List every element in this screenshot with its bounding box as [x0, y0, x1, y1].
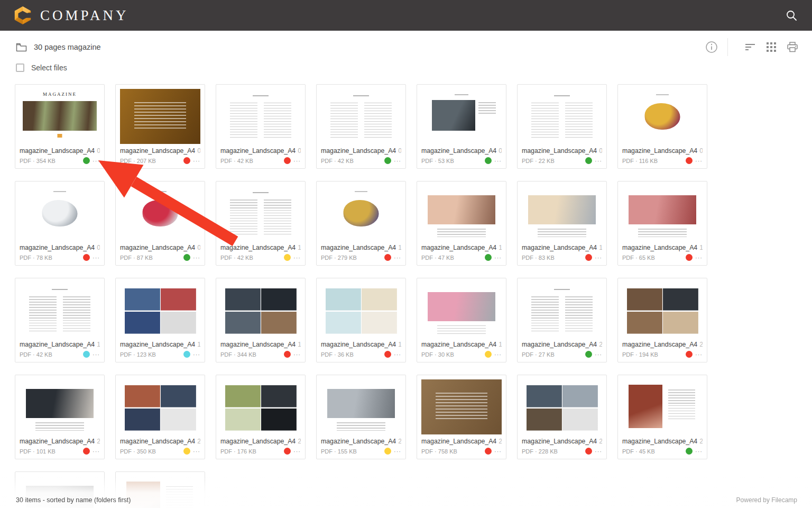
- file-card[interactable]: magazine_Landscape_A402… PDF · 207 KB ··…: [115, 84, 205, 169]
- file-card[interactable]: magazine_Landscape_A407… PDF · 116 KB ··…: [617, 84, 707, 169]
- file-meta: PDF · 36 KB: [321, 351, 354, 358]
- status-bar: 30 items - sorted by name (folders first…: [16, 496, 131, 504]
- select-files-checkbox[interactable]: [16, 64, 24, 72]
- more-options-icon[interactable]: ···: [293, 255, 301, 260]
- file-card[interactable]: magazine_Landscape_A403… PDF · 42 KB ···: [216, 84, 306, 169]
- label-dot: [686, 351, 693, 358]
- file-card[interactable]: magazine_Landscape_A404… PDF · 42 KB ···: [316, 84, 406, 169]
- more-options-icon[interactable]: ···: [394, 352, 401, 357]
- more-options-icon[interactable]: ···: [193, 158, 200, 164]
- more-options-icon[interactable]: ···: [394, 255, 401, 260]
- file-meta: PDF · 350 KB: [120, 448, 156, 455]
- more-options-icon[interactable]: ···: [193, 255, 200, 260]
- file-name: magazine_Landscape_A424…: [220, 437, 301, 446]
- file-meta: PDF · 194 KB: [622, 351, 658, 358]
- more-options-icon[interactable]: ···: [93, 255, 100, 260]
- file-card[interactable]: magazine_Landscape_A424… PDF · 176 KB ··…: [216, 375, 306, 459]
- more-options-icon[interactable]: ···: [595, 158, 602, 164]
- more-options-icon[interactable]: ···: [595, 255, 602, 260]
- label-dot: [585, 254, 592, 261]
- grid-view-button[interactable]: [764, 40, 778, 54]
- file-card[interactable]: magazine_Landscape_A406… PDF · 22 KB ···: [517, 84, 607, 169]
- file-card[interactable]: magazine_Landscape_A416… PDF · 123 KB ··…: [115, 278, 205, 362]
- file-meta-row: PDF · 228 KB ···: [522, 448, 602, 455]
- file-card[interactable]: magazine_Landscape_A425… PDF · 155 KB ··…: [316, 375, 406, 459]
- file-card[interactable]: magazine_Landscape_A410… PDF · 42 KB ···: [216, 181, 306, 266]
- file-card[interactable]: magazine_Landscape_A422… PDF · 101 KB ··…: [15, 375, 105, 459]
- file-name-number: 25: [398, 438, 401, 445]
- file-card[interactable]: MAGAZINE magazine_Landscape_A401… PDF · …: [15, 84, 105, 169]
- file-card[interactable]: magazine_Landscape_A413… PDF · 83 KB ···: [517, 181, 607, 266]
- file-meta: PDF · 176 KB: [220, 448, 256, 455]
- file-name: magazine_Landscape_A428…: [622, 437, 703, 446]
- search-button[interactable]: [783, 7, 799, 23]
- file-card[interactable]: magazine_Landscape_A409… PDF · 87 KB ···: [115, 181, 205, 266]
- sort-icon: [744, 42, 756, 52]
- more-options-icon[interactable]: ···: [293, 352, 301, 357]
- file-card[interactable]: magazine_Landscape_A426… PDF · 758 KB ··…: [417, 375, 506, 459]
- more-options-icon[interactable]: ···: [293, 158, 301, 164]
- more-options-icon[interactable]: ···: [193, 449, 200, 454]
- select-files-label: Select files: [31, 64, 67, 72]
- more-options-icon[interactable]: ···: [595, 352, 602, 357]
- more-options-icon[interactable]: ···: [695, 449, 703, 454]
- file-thumbnail: [321, 89, 401, 144]
- more-options-icon[interactable]: ···: [595, 449, 602, 454]
- more-options-icon[interactable]: ···: [494, 158, 502, 164]
- more-options-icon[interactable]: ···: [193, 352, 200, 357]
- powered-by[interactable]: Powered by Filecamp: [736, 496, 797, 504]
- more-options-icon[interactable]: ···: [293, 449, 301, 454]
- file-meta-row: PDF · 344 KB ···: [220, 351, 301, 358]
- more-options-icon[interactable]: ···: [494, 352, 502, 357]
- file-card[interactable]: magazine_Landscape_A428… PDF · 45 KB ···: [617, 375, 707, 459]
- breadcrumb[interactable]: 30 pages magazine: [34, 43, 101, 51]
- file-name-base: magazine_Landscape_A4: [20, 244, 95, 251]
- file-card[interactable]: magazine_Landscape_A411… PDF · 279 KB ··…: [316, 181, 406, 266]
- file-card[interactable]: magazine_Landscape_A421… PDF · 194 KB ··…: [617, 278, 707, 362]
- file-card[interactable]: magazine_Landscape_A419… PDF · 30 KB ···: [417, 278, 506, 362]
- file-name-number: 02: [197, 147, 200, 155]
- file-card[interactable]: magazine_Landscape_A427… PDF · 228 KB ··…: [517, 375, 607, 459]
- file-meta-row: PDF · 123 KB ···: [120, 351, 200, 358]
- file-meta-row: PDF · 42 KB ···: [20, 351, 100, 358]
- file-name-base: magazine_Landscape_A4: [421, 147, 496, 155]
- info-button[interactable]: [705, 40, 718, 54]
- more-options-icon[interactable]: ···: [394, 449, 401, 454]
- file-card[interactable]: magazine_Landscape_A418… PDF · 36 KB ···: [316, 278, 406, 362]
- file-card[interactable]: magazine_Landscape_A423… PDF · 350 KB ··…: [115, 375, 205, 459]
- label-dot: [284, 254, 291, 261]
- file-meta: PDF · 45 KB: [622, 448, 655, 455]
- more-options-icon[interactable]: ···: [695, 352, 703, 357]
- file-name-number: 08: [97, 244, 100, 251]
- file-meta: PDF · 116 KB: [622, 158, 658, 164]
- file-thumbnail: [220, 89, 301, 144]
- print-button[interactable]: [786, 40, 799, 54]
- more-options-icon[interactable]: ···: [494, 449, 502, 454]
- file-card[interactable]: magazine_Landscape_A420… PDF · 27 KB ···: [517, 278, 607, 362]
- file-name: magazine_Landscape_A422…: [20, 437, 100, 446]
- label-dot: [183, 254, 190, 261]
- file-meta-row: PDF · 53 KB ···: [421, 157, 502, 164]
- file-name-number: 22: [97, 438, 100, 445]
- file-card[interactable]: magazine_Landscape_A405… PDF · 53 KB ···: [417, 84, 506, 169]
- sort-button[interactable]: [743, 40, 757, 54]
- more-options-icon[interactable]: ···: [695, 158, 703, 164]
- file-name-number: 18: [398, 341, 401, 348]
- more-options-icon[interactable]: ···: [93, 158, 100, 164]
- brand[interactable]: COMPANY: [13, 5, 129, 25]
- brand-name: COMPANY: [40, 7, 129, 24]
- file-name-number: 24: [298, 438, 301, 445]
- more-options-icon[interactable]: ···: [93, 449, 100, 454]
- file-card[interactable]: magazine_Landscape_A417… PDF · 344 KB ··…: [216, 278, 306, 362]
- file-meta: PDF · 27 KB: [522, 351, 555, 358]
- more-options-icon[interactable]: ···: [394, 158, 401, 164]
- file-card[interactable]: magazine_Landscape_A412… PDF · 47 KB ···: [417, 181, 506, 266]
- file-name: magazine_Landscape_A425…: [321, 437, 401, 446]
- file-card[interactable]: magazine_Landscape_A414… PDF · 65 KB ···: [617, 181, 707, 266]
- label-dot: [686, 157, 693, 164]
- more-options-icon[interactable]: ···: [494, 255, 502, 260]
- file-card[interactable]: magazine_Landscape_A408… PDF · 78 KB ···: [15, 181, 105, 266]
- more-options-icon[interactable]: ···: [93, 352, 100, 357]
- more-options-icon[interactable]: ···: [695, 255, 703, 260]
- file-card[interactable]: magazine_Landscape_A415… PDF · 42 KB ···: [15, 278, 105, 362]
